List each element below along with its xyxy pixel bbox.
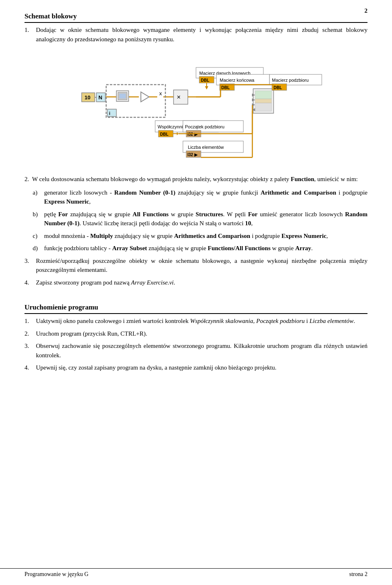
svg-text:I32 ▶: I32 ▶: [187, 152, 198, 157]
section2: 2. W celu dostosowania schematu blokoweg…: [24, 175, 368, 287]
sub-item-d: d) funkcję podzbioru tablicy - Array Sub…: [33, 244, 368, 253]
svg-text:▶: ▶: [252, 97, 255, 102]
sub-item-b: b) pętlę For znajdującą się w grupie All…: [33, 210, 368, 228]
section1-list: 1. Dodając w oknie schematu blokowego wy…: [24, 25, 368, 44]
list-item-3: 3. Rozmieść/uporządkuj poszczególne obie…: [24, 256, 368, 275]
svg-rect-25: [119, 94, 126, 99]
sub-item-c: c) moduł mnożenia - Multiply znajdujący …: [33, 231, 368, 241]
s3-item1-num: 1.: [24, 316, 36, 326]
s3-item2-num: 2.: [24, 329, 36, 338]
svg-text:Macierz podzbioru: Macierz podzbioru: [272, 78, 309, 83]
svg-text:Liczba elementów: Liczba elementów: [188, 145, 224, 150]
section3-item2: 2. Uruchom program (przycisk Run, CTRL+R…: [24, 329, 368, 338]
items-3-4: 3. Rozmieść/uporządkuj poszczególne obie…: [24, 256, 368, 287]
item2-intro: W celu dostosowania schematu blokowego d…: [32, 176, 358, 182]
svg-text:Macierz końcowa: Macierz końcowa: [220, 78, 255, 83]
page-footer: Programowanie w języku G strona 2: [0, 568, 392, 578]
svg-text:Początek podzbioru: Początek podzbioru: [185, 124, 225, 129]
s3-item1-text: Uaktywnij okno panelu czołowego i zmień …: [36, 316, 368, 326]
svg-text:DBL: DBL: [160, 132, 169, 137]
diagram-svg: Macierz danych losowych DBL Macierz końc…: [69, 52, 323, 166]
svg-text:DBL: DBL: [221, 85, 230, 90]
sub-item-a: a) generator liczb losowych - Random Num…: [33, 188, 368, 206]
svg-rect-34: [255, 91, 272, 99]
svg-text:DBL: DBL: [201, 78, 209, 83]
section3-item1: 1. Uaktywnij okno panelu czołowego i zmi…: [24, 316, 368, 326]
footer-left: Programowanie w języku G: [24, 571, 89, 578]
item2-para: 2. W celu dostosowania schematu blokoweg…: [24, 175, 368, 184]
item2-num: 2.: [24, 176, 31, 182]
sub-content-b: pętlę For znajdującą się w grupie All Fu…: [44, 210, 368, 228]
sub-label-b: b): [33, 210, 44, 228]
section3-heading: Uruchomienie programu: [24, 303, 368, 314]
svg-text:N: N: [98, 94, 102, 101]
sub-label-d: d): [33, 244, 44, 253]
sub-content-a: generator liczb losowych - Random Number…: [44, 188, 368, 206]
svg-marker-26: [141, 92, 149, 102]
svg-marker-10: [205, 86, 208, 90]
svg-marker-52: [177, 132, 178, 135]
sub-items-list: a) generator liczb losowych - Random Num…: [33, 188, 368, 253]
svg-text:x: x: [159, 90, 162, 96]
section3: Uruchomienie programu 1. Uaktywnij okno …: [24, 303, 368, 372]
item3-text: Rozmieść/uporządkuj poszczególne obiekty…: [36, 256, 368, 275]
svg-rect-35: [255, 99, 272, 103]
section3-item3: 3. Obserwuj zachowanie się poszczególnyc…: [24, 341, 368, 360]
sub-content-d: funkcję podzbioru tablicy - Array Subset…: [44, 244, 368, 253]
svg-text:I32 ▶: I32 ▶: [187, 132, 198, 137]
s3-item3-text: Obserwuj zachowanie się poszczególnych e…: [36, 341, 368, 360]
sub-content-c: moduł mnożenia - Multiply znajdujący się…: [44, 231, 368, 241]
list-item: 1. Dodając w oknie schematu blokowego wy…: [24, 25, 368, 44]
s3-item3-num: 3.: [24, 341, 36, 360]
section1: Schemat blokowy 1. Dodając w oknie schem…: [24, 12, 368, 44]
svg-text:i: i: [109, 111, 110, 116]
item4-text: Zapisz stworzony program pod nazwą Array…: [36, 278, 368, 287]
svg-text:DBL: DBL: [274, 85, 282, 90]
svg-text:10: 10: [85, 94, 90, 101]
footer-right: strona 2: [349, 571, 368, 578]
svg-rect-29: [174, 90, 188, 104]
sub-label-a: a): [33, 188, 44, 206]
list-item-4: 4. Zapisz stworzony program pod nazwą Ar…: [24, 278, 368, 287]
item-number: 1.: [24, 25, 36, 44]
item-text: Dodając w oknie schematu blokowego wymag…: [36, 25, 368, 44]
page-number: 2: [365, 7, 368, 14]
sub-label-c: c): [33, 231, 44, 241]
section3-item4: 4. Upewnij się, czy został zapisany prog…: [24, 363, 368, 372]
section3-list: 1. Uaktywnij okno panelu czołowego i zmi…: [24, 316, 368, 372]
svg-text:×: ×: [177, 94, 180, 101]
block-diagram: Macierz danych losowych DBL Macierz końc…: [24, 52, 368, 166]
s3-item4-num: 4.: [24, 363, 36, 372]
item4-num: 4.: [24, 278, 36, 287]
s3-item4-text: Upewnij się, czy został zapisany program…: [36, 363, 368, 372]
svg-text:▶: ▶: [252, 92, 255, 97]
item3-num: 3.: [24, 256, 36, 275]
svg-rect-36: [255, 103, 272, 111]
s3-item2-text: Uruchom program (przycisk Run, CTRL+R).: [36, 329, 368, 338]
section1-heading: Schemat blokowy: [24, 12, 368, 23]
